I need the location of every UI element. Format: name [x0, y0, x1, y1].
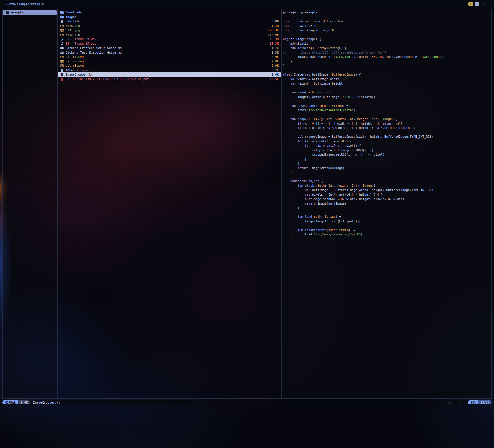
code-line: val pixels = IntArray(width * height) { … — [283, 192, 491, 197]
code-line: if (x < 0 || y < 0 || width < 0 || heigh… — [283, 121, 491, 126]
file-name: 0028.jpg — [66, 24, 80, 28]
file-row[interactable]: Downloads — [58, 10, 281, 15]
file-name: .dotfile — [66, 19, 80, 24]
file-size-badge: 1.6K — [18, 400, 30, 404]
folder-icon — [5, 11, 9, 14]
file-icon — [60, 19, 64, 23]
file-size: 15.3M — [267, 37, 279, 42]
file-size: 2.9K — [269, 59, 279, 64]
parent-pane: example — [3, 9, 58, 398]
file-row[interactable]: .dotfile0.0B — [58, 19, 281, 24]
scroll-percentage: 93% — [468, 400, 478, 404]
file-size: 2.9K — [269, 64, 279, 68]
code-line: val pixel = buffImage.getRGB(i, j) — [283, 148, 491, 153]
file-row[interactable]: cal-c2.svg2.9K — [58, 59, 281, 64]
file-name: IDEAsettings.zip — [66, 68, 94, 73]
statusbar-left: NORMAL 1.6K ImageCropper.kt — [2, 400, 60, 404]
preview-pane: package org.example import java.awt.imag… — [282, 9, 491, 398]
code-line: save("src/main/resources/$path") — [283, 108, 491, 113]
file-permissions: -rw-r--r-- — [446, 401, 464, 404]
file-size: 5.2K — [269, 68, 279, 73]
folder-icon — [60, 15, 64, 19]
file-row[interactable]: 09 - Track 09.wav15.3M — [58, 37, 281, 42]
tab-1[interactable]: 1 — [468, 2, 473, 6]
cursor-position: 15/16 — [478, 400, 492, 404]
parent-row[interactable]: example — [3, 10, 57, 15]
tab-3[interactable]: 2 — [481, 2, 485, 6]
file-name: ImageCropper.kt — [66, 72, 93, 77]
file-row[interactable]: Backend_Test_Execution_Guide.md1.3K — [58, 50, 281, 55]
code-line: for (j in y until y + height) { — [283, 144, 491, 148]
code-line: } — [283, 161, 491, 166]
code-line — [283, 175, 491, 179]
file-name: Images — [66, 15, 76, 19]
code-line: } — [283, 64, 491, 68]
image-icon — [60, 64, 64, 68]
audio-icon — [60, 37, 64, 41]
file-name: Backend_Frontend_Setup_Guide.md — [66, 46, 122, 50]
file-row[interactable]: IDEAsettings.zip5.2K — [58, 68, 281, 73]
image-icon — [60, 28, 64, 32]
code-line: } — [283, 59, 491, 64]
code-line — [283, 15, 491, 19]
image-icon — [60, 60, 64, 63]
file-size: 1.6K — [269, 72, 279, 77]
file-row[interactable]: 0031.jpg586.3K — [58, 28, 281, 33]
code-line: } — [283, 157, 491, 162]
file-name: cal-c1.svg — [66, 55, 84, 59]
file-size: 1.3K — [269, 50, 279, 55]
code-line: fun main(args: Array<String>) { — [283, 46, 491, 50]
markdown-icon — [60, 46, 64, 50]
code-line: } — [283, 241, 491, 246]
code-line: ImageIO.write(buffImage, "JPG", File(pat… — [283, 95, 491, 99]
tab-2[interactable]: 1 — [475, 2, 479, 6]
file-row[interactable]: Images — [58, 15, 281, 19]
code-line: fun black(width: Int, height: Int): Imag… — [283, 184, 491, 188]
file-row[interactable]: Backend_Frontend_Setup_Guide.md1.7K — [58, 46, 281, 50]
file-row[interactable]: cal-c1.svg2.9K — [58, 55, 281, 59]
mode-badge: NORMAL — [2, 400, 18, 404]
file-size: 212.9K — [266, 33, 279, 37]
file-size: 586.3K — [266, 28, 279, 33]
breadcrumb-path: ~/Data/example/example — [4, 2, 44, 6]
code-line: val buffImage = BufferedImage(width, hei… — [283, 188, 491, 192]
code-line — [283, 33, 491, 37]
archive-icon — [60, 68, 64, 72]
file-row[interactable]: cal-c3.svg2.9K — [58, 64, 281, 68]
file-size: 2.9K — [269, 55, 279, 59]
code-line: return Image(buffImage) — [283, 201, 491, 206]
tab-4[interactable]: 3 — [487, 2, 492, 6]
file-size: 1.3M — [269, 24, 279, 28]
file-row[interactable]: 15 - Track 15.wav15.3M — [58, 42, 281, 46]
file-name: SBI_0032013739_2023_DE05_0003155631Invoi… — [66, 77, 149, 82]
file-name: 15 - Track 15.wav — [66, 42, 96, 46]
code-line: fun load(path: String) = — [283, 215, 491, 219]
file-name: 0042.jpg — [66, 33, 80, 37]
code-line — [283, 223, 491, 228]
code-line: } — [283, 237, 491, 241]
file-row[interactable]: SBI_0032013739_2023_DE05_0003155631Invoi… — [58, 77, 281, 82]
file-row[interactable]: ImageCropper.kt1.6K — [58, 72, 281, 77]
file-size: 0.0B — [269, 19, 279, 24]
parent-dir-name: example — [11, 10, 23, 15]
code-line: for (i in x until x + width) { — [283, 139, 491, 144]
file-list-pane: DownloadsImages.dotfile0.0B0028.jpg1.3M0… — [58, 9, 282, 398]
code-line: fun save(path: String) = — [283, 90, 491, 95]
image-icon — [60, 24, 64, 28]
markdown-icon — [60, 51, 64, 54]
code-line: import java.awt.image.BufferedImage — [283, 19, 491, 24]
tab-bar: 1123 — [468, 2, 492, 6]
file-size: 12.5K — [267, 77, 279, 82]
file-row[interactable]: 0028.jpg1.3M — [58, 24, 281, 28]
code-line: Image.loadResource("black.jpg").crop(50,… — [283, 55, 491, 59]
file-name: cal-c2.svg — [66, 59, 84, 64]
code-line — [283, 210, 491, 215]
statusbar: NORMAL 1.6K ImageCropper.kt -rw-r--r-- 9… — [2, 400, 492, 405]
code-line — [283, 99, 491, 104]
file-row[interactable]: 0042.jpg212.9K — [58, 33, 281, 37]
code-line: val width = buffImage.width — [283, 77, 491, 82]
code-line: if (x + width > this.width || y + height… — [283, 126, 491, 130]
code-line: // Image.black(100, 100).saveResource("b… — [283, 50, 491, 55]
file-name: 09 - Track 09.wav — [66, 37, 96, 42]
code-line: import javax.imageio.ImageIO — [283, 28, 491, 33]
